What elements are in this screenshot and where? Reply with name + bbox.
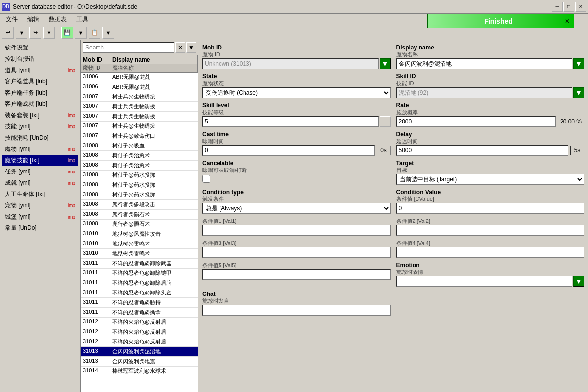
list-item[interactable]: 31007 树士兵@生物调拨 [81, 112, 198, 122]
sidebar-item-settings[interactable]: 软件设置 [2, 42, 78, 53]
search-clear-button[interactable]: ✕ [175, 42, 185, 53]
emotion-input[interactable] [396, 276, 573, 287]
val5-input[interactable] [202, 269, 391, 280]
list-cell-name: 树仙子@药水投掷 [110, 180, 198, 190]
list-item[interactable]: 31013 金闪闪波利@泥沼地 [81, 347, 198, 357]
list-item[interactable]: 31006 ABR无限@龙乩 [81, 82, 198, 92]
list-item[interactable]: 31008 树仙子@药水投掷 [81, 180, 198, 190]
sidebar-item-equipment[interactable]: 装备套装 [txt] imp [2, 110, 78, 121]
sidebar-item-items[interactable]: 道具 [yml] imp [2, 65, 78, 76]
save-dropdown[interactable]: ▼ [75, 27, 87, 39]
list-item[interactable]: 31012 不详的火焰龟@反射盾 [81, 327, 198, 337]
sidebar-item-achievement[interactable]: 成就 [yml] imp [2, 177, 78, 189]
redo-dropdown[interactable]: ▼ [43, 27, 55, 39]
skill-id-input[interactable] [396, 87, 573, 98]
list-item[interactable]: 31014 棒球冠军波利@水球术 [81, 367, 198, 376]
list-item[interactable]: 31010 地狱树@雷鸣术 [81, 249, 198, 259]
list-item[interactable]: 31011 不详的忍者龟@擒拿 [81, 308, 198, 318]
list-item[interactable]: 31008 树仙子@药水投掷 [81, 171, 198, 180]
state-select[interactable]: 受伤追逐时 (Chase) 总是 (Always) 空闲时 (Idle) [202, 87, 391, 98]
sidebar-item-console[interactable]: 控制台报错 [2, 53, 78, 65]
sidebar-item-mob-skill[interactable]: 魔物技能 [txt] imp [2, 155, 78, 166]
search-input[interactable] [83, 42, 174, 53]
extra-dropdown[interactable]: ▼ [102, 27, 114, 39]
list-item[interactable]: 31011 不详的忍者龟@卸除头盔 [81, 288, 198, 298]
list-cell-id: 31007 [81, 102, 110, 112]
list-item[interactable]: 31006 ABR无限@龙乩 [81, 73, 198, 82]
list-item[interactable]: 31008 树仙子@吸血 [81, 141, 198, 151]
close-button[interactable]: ✕ [575, 2, 586, 12]
list-item[interactable]: 31011 不详的忍者龟@胁持 [81, 298, 198, 308]
val2-input[interactable] [396, 225, 585, 236]
list-item[interactable]: 31011 不详的忍者龟@卸除铠甲 [81, 269, 198, 278]
sidebar-item-homunculus[interactable]: 人工生命体 [txt] [2, 189, 78, 200]
list-cell-name: 不详的忍者龟@卸除铠甲 [110, 269, 198, 278]
target-select[interactable]: 当前选中目标 (Target) [396, 174, 585, 185]
list-item[interactable]: 31007 树士兵@生物调拨 [81, 122, 198, 131]
list-cell-id: 31011 [81, 269, 110, 278]
list-item[interactable]: 31010 地狱树@风魔性攻击 [81, 229, 198, 239]
emotion-arrow-button[interactable]: ▼ [573, 276, 584, 287]
window-title: Server database editor - O:\Desktop\defa… [13, 3, 137, 10]
sidebar-item-mob[interactable]: 魔物 [yml] imp [2, 144, 78, 155]
sidebar-item-client-tasks[interactable]: 客户端任务 [lub] [2, 87, 78, 98]
menu-edit[interactable]: 编辑 [24, 14, 43, 24]
menu-tools[interactable]: 工具 [73, 14, 92, 24]
undo-button[interactable]: ↩ [2, 27, 14, 39]
search-dropdown-button[interactable]: ▼ [186, 42, 196, 53]
maximize-button[interactable]: □ [564, 2, 574, 12]
save-button[interactable]: 💾 [61, 27, 73, 39]
sidebar-item-quest[interactable]: 任务 [yml] imp [2, 166, 78, 177]
menu-datatable[interactable]: 数据表 [45, 14, 71, 24]
condition-type-select[interactable]: 总是 (Always) [202, 203, 391, 214]
list-item[interactable]: 31012 不详的火焰龟@反射盾 [81, 318, 198, 327]
sidebar-item-client-achievements[interactable]: 客户端成就 [lub] [2, 98, 78, 110]
list-item[interactable]: 31012 不详的火焰龟@反射盾 [81, 337, 198, 347]
sidebar-item-pet[interactable]: 宠物 [yml] imp [2, 200, 78, 211]
display-name-arrow-button[interactable]: ▼ [573, 58, 584, 69]
sidebar-item-client-items[interactable]: 客户端道具 [lub] [2, 76, 78, 87]
chat-input[interactable] [202, 305, 391, 316]
redo-button[interactable]: ↪ [29, 27, 41, 39]
cancelable-checkbox[interactable] [202, 175, 210, 183]
skill-level-more-button[interactable]: ... [380, 116, 391, 127]
cast-time-input[interactable] [202, 145, 375, 156]
val3-input[interactable] [202, 247, 391, 258]
list-item[interactable]: 31008 树仙子@治愈术 [81, 161, 198, 171]
list-cell-name: 地狱树@雷鸣术 [110, 239, 198, 249]
val4-input[interactable] [396, 247, 585, 258]
list-item[interactable]: 31011 不详的忍者龟@卸除武器 [81, 259, 198, 269]
undo-dropdown[interactable]: ▼ [16, 27, 27, 39]
condition-value-input[interactable] [396, 203, 585, 214]
list-item[interactable]: 31011 不详的忍者龟@卸除盾牌 [81, 278, 198, 288]
sidebar-item-skills[interactable]: 技能 [yml] imp [2, 121, 78, 132]
skill-level-input[interactable] [202, 116, 379, 127]
extra-button[interactable]: 📋 [89, 27, 100, 39]
list-item[interactable]: 31008 爬行者@多段攻击 [81, 200, 198, 210]
mob-id-arrow-button[interactable]: ▼ [380, 58, 391, 69]
rate-input[interactable] [396, 116, 556, 127]
form-panel: Mob ID 魔物 ID ▼ Display name 魔物名称 ▼ State [198, 40, 588, 392]
menu-file[interactable]: 文件 [2, 14, 22, 24]
delay-input[interactable] [396, 145, 569, 156]
list-item[interactable]: 31007 树士兵@致命伤口 [81, 131, 198, 141]
skill-id-arrow-button[interactable]: ▼ [573, 87, 584, 98]
form-row-1: Mob ID 魔物 ID ▼ Display name 魔物名称 ▼ [202, 44, 584, 69]
list-item[interactable]: 31008 爬行者@陨石术 [81, 210, 198, 220]
list-item[interactable]: 31008 树仙子@药水投掷 [81, 190, 198, 200]
list-item[interactable]: 31008 树仙子@治愈术 [81, 151, 198, 161]
sidebar-item-skill-cost[interactable]: 技能消耗 [UnDo] [2, 132, 78, 144]
mob-id-input[interactable] [202, 58, 379, 69]
display-name-input[interactable] [396, 58, 573, 69]
val1-input[interactable] [202, 225, 391, 236]
list-item[interactable]: 31008 爬行者@陨石术 [81, 220, 198, 229]
list-cell-id: 31008 [81, 161, 110, 171]
sidebar-item-castle[interactable]: 城堡 [yml] imp [2, 211, 78, 222]
sidebar-item-constant[interactable]: 常量 [UnDo] [2, 222, 78, 234]
list-item[interactable]: 31013 金闪闪波利@地震 [81, 357, 198, 367]
minimize-button[interactable]: ─ [552, 2, 563, 12]
finished-close-button[interactable]: ✕ [565, 18, 570, 24]
list-item[interactable]: 31007 树士兵@生物调拨 [81, 102, 198, 112]
list-item[interactable]: 31010 地狱树@雷鸣术 [81, 239, 198, 249]
list-item[interactable]: 31007 树士兵@生物调拨 [81, 92, 198, 102]
